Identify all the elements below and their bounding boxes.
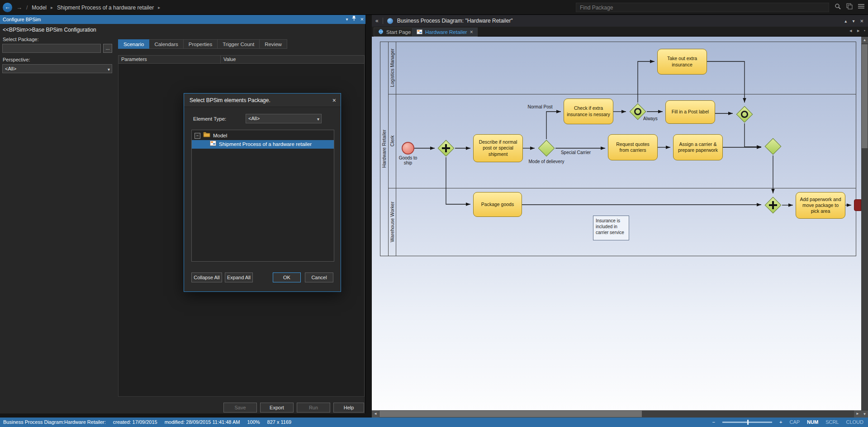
save-button[interactable]: Save — [223, 403, 257, 413]
status-created: created: 17/09/2015 — [113, 419, 157, 425]
start-event-label: Goods to ship — [395, 155, 421, 165]
tab-scroll-right-icon[interactable]: ► — [856, 28, 860, 33]
close-icon[interactable]: × — [360, 15, 364, 24]
breadcrumb-item-package[interactable]: Shipment Process of a hardware retailer — [57, 5, 154, 11]
task-package-goods[interactable]: Package goods — [473, 192, 522, 217]
scroll-right-icon[interactable]: ► — [854, 410, 861, 418]
column-parameters[interactable]: Parameters — [119, 56, 221, 63]
toggle-cloud[interactable]: CLOUD — [846, 419, 863, 425]
panel-titlebar[interactable]: Configure BPSim ▾ × — [0, 15, 365, 24]
find-package-input[interactable] — [576, 3, 829, 12]
diagram-canvas[interactable]: Hardware Retailer Logistics Manager Cler… — [372, 37, 861, 410]
start-event[interactable] — [402, 142, 414, 155]
tab-hardware-retailer[interactable]: Hardware Retailer × — [412, 28, 478, 37]
task-assign-carrier[interactable]: Assign a carrier & prepare paperwork — [673, 134, 723, 160]
task-request-quotes[interactable]: Request quotes from carriers — [608, 134, 658, 160]
gateway-parallel-split[interactable] — [437, 139, 455, 157]
browse-button[interactable]: ... — [103, 44, 112, 53]
horizontal-scroll-thumb[interactable] — [379, 411, 642, 417]
dialog-close-icon[interactable]: × — [332, 94, 336, 107]
scroll-up-icon[interactable]: ▲ — [861, 37, 868, 43]
windows-layout-icon[interactable] — [846, 3, 853, 11]
vertical-scrollbar[interactable]: ▲ ▼ — [861, 37, 868, 418]
panel-menu-chevron-icon[interactable]: ▾ — [346, 15, 348, 24]
run-button[interactable]: Run — [297, 403, 330, 413]
tab-scenario[interactable]: Scenario — [118, 39, 149, 49]
forward-button[interactable]: → — [16, 4, 22, 11]
lane-label-warehouse-worker[interactable]: Warehouse Worker — [389, 202, 395, 242]
cancel-button[interactable]: Cancel — [305, 272, 333, 282]
perspective-select[interactable]: <All> ▾ — [2, 64, 112, 73]
note-insurance-included[interactable]: Insurance is included in carrier service — [593, 216, 629, 240]
task-take-out-insurance[interactable]: Take out extra insurance — [657, 49, 707, 75]
search-icon[interactable] — [835, 3, 841, 11]
help-button[interactable]: Help — [333, 403, 364, 413]
diagram-icon — [417, 29, 422, 35]
panel-collapse-icon[interactable]: « — [375, 18, 379, 24]
export-button[interactable]: Export — [260, 403, 294, 413]
toggle-scrl[interactable]: SCRL — [825, 419, 839, 425]
toggle-cap[interactable]: CAP — [789, 419, 800, 425]
chevron-down-icon: ▾ — [108, 66, 110, 74]
pin-icon[interactable] — [351, 15, 356, 24]
close-icon[interactable]: × — [860, 18, 863, 24]
task-fill-post-label[interactable]: Fill in a Post label — [665, 100, 715, 124]
chevron-up-icon[interactable]: ▴ — [844, 19, 847, 23]
bpmn-diagram-icon — [387, 18, 393, 24]
scroll-left-icon[interactable]: ◄ — [372, 410, 379, 418]
gateway-inclusive-merge[interactable] — [735, 105, 754, 123]
task-check-insurance[interactable]: Check if extra insurance is nessary — [564, 99, 613, 124]
label-mode-of-delivery: Mode of delievery — [524, 159, 569, 164]
zoom-slider[interactable] — [722, 422, 772, 423]
tab-close-icon[interactable]: × — [470, 29, 473, 35]
pool-label-divider — [388, 42, 389, 256]
tab-start-page[interactable]: Start Page — [374, 28, 415, 37]
folder-icon — [203, 131, 210, 140]
tab-trigger-count[interactable]: Trigger Count — [218, 39, 260, 49]
tab-scroll-left-icon[interactable]: ◄ — [849, 28, 853, 33]
vertical-scroll-thumb[interactable] — [862, 44, 868, 148]
parameters-grid-header: Parameters Value — [118, 55, 365, 64]
breadcrumb-item-model[interactable]: Model — [32, 5, 47, 11]
tab-review[interactable]: Review — [260, 39, 287, 49]
zoom-slider-thumb[interactable] — [747, 420, 749, 425]
toggle-num[interactable]: NUM — [807, 419, 818, 425]
column-value[interactable]: Value — [221, 56, 364, 63]
pool-label[interactable]: Hardware Retailer — [381, 130, 387, 168]
diagram-header-title: Business Process Diagram: "Hardware Reta… — [397, 18, 513, 24]
chevron-down-icon[interactable]: ▾ — [852, 19, 854, 23]
lane-label-clerk[interactable]: Clerk — [389, 136, 395, 147]
collapse-all-button[interactable]: Collapse All — [191, 272, 222, 282]
dialog-titlebar[interactable]: Select BPSim elements Package. × — [184, 94, 341, 107]
tree-item-model[interactable]: − Model — [192, 131, 334, 140]
lane-label-logistics-manager[interactable]: Logistics Manager — [389, 48, 395, 87]
tab-list-icon[interactable]: ▪ — [864, 28, 865, 33]
lane-label-divider — [396, 42, 396, 256]
diagram-tab-strip: Start Page Hardware Retailer × ◄ ► ▪ — [372, 27, 868, 37]
ok-button[interactable]: OK — [273, 272, 301, 282]
tree-item-shipment-process[interactable]: Shipment Process of a hardware retailer — [192, 140, 334, 149]
package-input[interactable] — [2, 44, 101, 53]
gateway-exclusive-merge[interactable] — [764, 137, 782, 155]
select-package-label: Select Package: — [3, 37, 39, 42]
expand-all-button[interactable]: Expand All — [225, 272, 253, 282]
zoom-out-icon[interactable]: − — [712, 419, 715, 425]
zoom-in-icon[interactable]: + — [779, 419, 782, 425]
tab-calendars[interactable]: Calendars — [149, 39, 183, 49]
perspective-label: Perspective: — [3, 57, 30, 62]
label-normal-post: Normal Post — [521, 104, 559, 109]
status-diagram-name: Business Process Diagram:Hardware Retail… — [3, 419, 106, 425]
status-size: 827 x 1169 — [267, 419, 292, 425]
tab-properties[interactable]: Properties — [184, 39, 218, 49]
task-describe-shipment[interactable]: Describe if normal post or special shipm… — [473, 134, 523, 162]
gateway-parallel-join[interactable] — [764, 196, 782, 214]
application-window: ← → / Model ▸ Shipment Process of a hard… — [0, 0, 868, 427]
gateway-mode-of-delivery[interactable] — [537, 139, 555, 157]
element-type-select[interactable]: <All> ▾ — [246, 114, 322, 123]
menu-icon[interactable] — [858, 4, 864, 10]
back-button[interactable]: ← — [3, 3, 12, 12]
tree-collapse-icon[interactable]: − — [194, 133, 200, 139]
horizontal-scrollbar[interactable]: ◄ ► — [372, 410, 861, 418]
task-add-paperwork[interactable]: Add paperwork and move package to pick a… — [796, 192, 845, 219]
scroll-down-icon[interactable]: ▼ — [861, 411, 868, 418]
